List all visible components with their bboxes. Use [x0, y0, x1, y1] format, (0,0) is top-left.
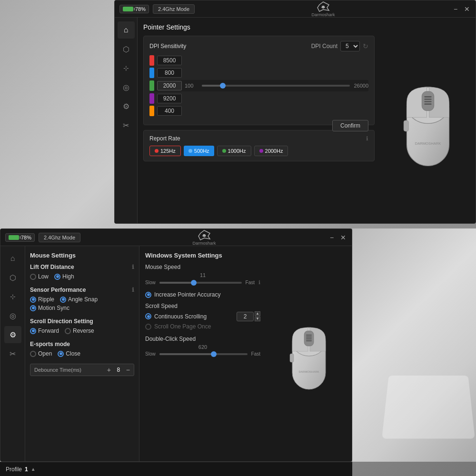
dpi-slider-row: 100 26000: [185, 83, 368, 89]
debounce-minus-button[interactable]: −: [126, 366, 130, 374]
refresh-icon[interactable]: ↻: [363, 42, 368, 50]
double-click-thumb[interactable]: [211, 351, 217, 357]
sidebar-icon-settings[interactable]: ⚙: [118, 98, 135, 115]
close-button[interactable]: ✕: [463, 5, 471, 13]
bottom-sidebar-icon-cursor[interactable]: ⊹: [4, 288, 21, 305]
rate-btn-1000[interactable]: 1000Hz: [217, 146, 251, 156]
rate-btn-500[interactable]: 500Hz: [184, 146, 214, 156]
angle-snap-option[interactable]: Angle Snap: [60, 296, 98, 303]
continuous-scroll-label: Continuous Scrolling: [154, 313, 207, 320]
ripple-option[interactable]: Ripple: [30, 296, 54, 303]
esports-close-radio[interactable]: [58, 351, 64, 357]
sidebar-icon-tools[interactable]: ✂: [118, 117, 135, 134]
scroll-forward-radio[interactable]: [30, 328, 36, 334]
bottom-win-controls: − ✕: [328, 234, 347, 241]
esports-close-radio-fill: [60, 352, 62, 355]
bottom-battery-fill: [9, 235, 19, 240]
scroll-direction-radio-row: Forward Reverse: [30, 327, 134, 334]
lift-off-high-radio[interactable]: [54, 274, 60, 280]
profile-arrow[interactable]: ▲: [31, 466, 36, 472]
pointer-accuracy-row: Increase Pointer Accuracy: [145, 291, 260, 298]
rate-btn-2000[interactable]: 2000Hz: [254, 146, 288, 156]
scroll-reverse-option[interactable]: Reverse: [65, 327, 94, 334]
dpi-slider-track[interactable]: [202, 85, 350, 87]
dpi-value-4[interactable]: 9200: [157, 94, 182, 103]
lift-off-low-label: Low: [38, 273, 49, 280]
sidebar-icon-tag[interactable]: ⬡: [118, 40, 135, 58]
bottom-sidebar-icon-performance[interactable]: ◎: [4, 307, 21, 324]
minimize-button[interactable]: −: [452, 5, 459, 13]
double-click-slider[interactable]: [159, 353, 248, 355]
lift-off-low-option[interactable]: Low: [30, 273, 49, 280]
esports-open-option[interactable]: Open: [30, 350, 52, 357]
bottom-sidebar-icon-home[interactable]: ⌂: [4, 250, 21, 267]
dpi-row-1: 8500: [149, 55, 368, 66]
bottom-mouse-preview: DARMOSHARK: [266, 246, 352, 461]
sidebar-icon-home[interactable]: ⌂: [118, 21, 135, 39]
top-content: ⌂ ⬡ ⊹ ◎ ⚙ ✂ Pointer Settings DPI Sensiti…: [115, 18, 476, 223]
rate-btn-125[interactable]: 125Hz: [149, 146, 181, 156]
sensor-row-1: Ripple Angle Snap: [30, 296, 134, 303]
report-rate-title: Report Rate: [149, 135, 180, 142]
debounce-plus-button[interactable]: +: [107, 366, 111, 374]
bottom-sidebar-icon-tools[interactable]: ✂: [4, 345, 21, 362]
lift-off-high-option[interactable]: High: [54, 273, 74, 280]
dpi-value-2[interactable]: 800: [157, 68, 182, 78]
svg-rect-5: [424, 101, 431, 102]
bottom-mode-button[interactable]: 2.4Ghz Mode: [39, 233, 80, 242]
report-rate-header: Report Rate ℹ: [149, 135, 368, 142]
dpi-slider-thumb[interactable]: [220, 83, 226, 89]
esports-close-option[interactable]: Close: [58, 350, 80, 357]
esports-open-radio[interactable]: [30, 351, 36, 357]
debounce-label: Debounce Time(ms): [34, 367, 104, 373]
svg-text:DARMOSHARK: DARMOSHARK: [415, 141, 441, 146]
bottom-minimize-button[interactable]: −: [328, 234, 336, 241]
debounce-value: 8: [114, 367, 123, 373]
motion-sync-radio[interactable]: [30, 305, 36, 311]
mouse-speed-slider[interactable]: [159, 282, 242, 284]
pointer-accuracy-check-fill: [147, 293, 150, 296]
ripple-label: Ripple: [38, 296, 54, 303]
dpi-card: DPI Sensitivity DPI Count 54321 ↻ 8500: [143, 36, 375, 125]
dpi-card-title: DPI Sensitivity: [149, 43, 186, 50]
bottom-logo-text: Darmoshark: [193, 241, 216, 246]
dpi-value-1[interactable]: 8500: [157, 56, 182, 65]
bottom-sidebar-icon-settings[interactable]: ⚙: [4, 326, 21, 343]
continuous-scroll-radio[interactable]: [145, 313, 151, 319]
scroll-down-arrow[interactable]: ▼: [255, 317, 260, 321]
lift-off-low-radio[interactable]: [30, 274, 36, 280]
angle-snap-radio[interactable]: [60, 297, 66, 303]
rate-label-125: 125Hz: [160, 148, 176, 154]
debounce-section: Debounce Time(ms) + 8 −: [30, 364, 134, 376]
svg-rect-7: [404, 120, 408, 131]
mouse-speed-thumb[interactable]: [191, 280, 197, 286]
lift-off-info-icon[interactable]: ℹ: [132, 264, 134, 270]
scroll-reverse-label: Reverse: [73, 327, 94, 334]
ripple-radio[interactable]: [30, 297, 36, 303]
dpi-row-5: 400: [149, 106, 368, 116]
mouse-speed-slow-label: Slow: [145, 280, 156, 285]
sensor-info-icon[interactable]: ℹ: [132, 287, 134, 293]
motion-sync-option[interactable]: Motion Sync: [30, 305, 69, 311]
mouse-speed-slider-row: Slow Fast ℹ: [145, 279, 260, 286]
confirm-button[interactable]: Confirm: [332, 120, 368, 131]
mode-button[interactable]: 2.4Ghz Mode: [153, 4, 195, 14]
esports-open-label: Open: [38, 350, 52, 357]
bottom-close-button[interactable]: ✕: [339, 234, 347, 241]
dpi-value-5[interactable]: 400: [157, 106, 182, 116]
scroll-up-arrow[interactable]: ▲: [255, 311, 260, 316]
windows-system-title: Windows System Settings: [145, 252, 260, 259]
sidebar-icon-cursor[interactable]: ⊹: [118, 60, 135, 77]
double-click-label: Double-Click Speed: [145, 336, 260, 342]
scroll-forward-option[interactable]: Forward: [30, 327, 59, 334]
scroll-speed-input[interactable]: 2: [237, 312, 254, 321]
bottom-sidebar-icon-tag[interactable]: ⬡: [4, 269, 21, 286]
dpi-value-3[interactable]: 2000: [157, 81, 182, 90]
dpi-color-4: [149, 93, 154, 104]
sidebar-icon-performance[interactable]: ◎: [118, 79, 135, 96]
dpi-count-select[interactable]: 54321: [340, 41, 360, 51]
scroll-once-radio[interactable]: [145, 324, 151, 330]
profile-label: Profile: [6, 466, 22, 473]
pointer-accuracy-checkbox[interactable]: [145, 292, 151, 298]
scroll-reverse-radio[interactable]: [65, 328, 71, 334]
